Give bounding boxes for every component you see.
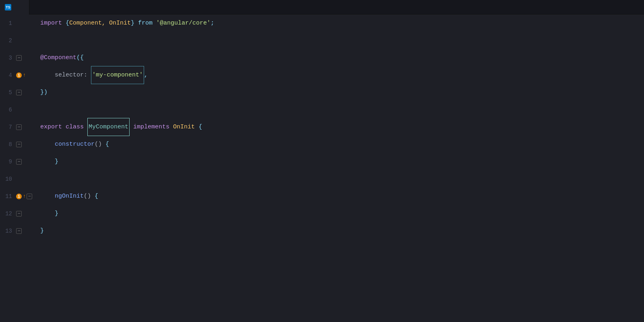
line-number: 10 xyxy=(0,176,16,182)
selector-value: 'my-component' xyxy=(91,66,144,84)
token-braces: } xyxy=(40,222,44,239)
token-kw-constructor: constructor xyxy=(55,136,95,153)
gutter-row: 8− xyxy=(0,136,36,153)
line-number: 11 xyxy=(0,193,16,200)
token-punctuation: , xyxy=(144,66,148,84)
code-line: } xyxy=(40,205,644,222)
editor: 123−4i↑5−67−8−9−1011i↑−12−13− import {Co… xyxy=(0,14,644,322)
token-braces: { xyxy=(105,136,109,153)
line-number: 5 xyxy=(0,89,16,96)
token-kw-implements: implements xyxy=(133,118,173,136)
token-kw-ngoninit: ngOnInit xyxy=(55,188,84,205)
code-area[interactable]: import {Component, OnInit} from '@angula… xyxy=(36,14,644,322)
fold-icon[interactable]: − xyxy=(16,90,22,95)
fold-icon[interactable]: − xyxy=(16,159,22,165)
token-braces: { xyxy=(198,118,202,136)
code-line xyxy=(40,170,644,188)
token-decorator: @Component xyxy=(40,49,76,66)
code-line: }) xyxy=(40,84,644,101)
token-plain: () xyxy=(84,188,95,205)
token-plain xyxy=(40,153,55,170)
code-line: @Component({ xyxy=(40,49,644,66)
token-string: '@angular/core' xyxy=(156,14,211,32)
token-kw-export: export xyxy=(40,118,66,136)
active-tab[interactable]: TS xyxy=(0,0,29,14)
highlighted-class-name: MyComponent xyxy=(87,118,130,136)
line-number: 6 xyxy=(0,107,16,113)
gutter-row: 4i↑ xyxy=(0,66,36,84)
tab-close-button[interactable] xyxy=(18,4,24,10)
fold-icon[interactable]: − xyxy=(27,194,32,199)
token-braces: }) xyxy=(40,84,47,101)
token-braces: { xyxy=(95,188,98,205)
token-plain: : xyxy=(84,66,91,84)
gutter-row: 11i↑− xyxy=(0,188,36,205)
token-punctuation: ({ xyxy=(76,49,84,66)
token-punctuation: ; xyxy=(211,14,214,32)
fold-icon[interactable]: − xyxy=(16,124,22,130)
code-line: export class MyComponent implements OnIn… xyxy=(40,118,644,136)
gutter-row: 9− xyxy=(0,153,36,170)
gutter-row: 12− xyxy=(0,205,36,222)
token-braces: } xyxy=(55,153,58,170)
tab-bar: TS xyxy=(0,0,644,14)
line-icons: i↑− xyxy=(16,194,36,199)
line-number: 3 xyxy=(0,55,16,61)
token-kw-class: class xyxy=(66,118,87,136)
token-punctuation: } xyxy=(131,14,138,32)
fold-icon[interactable]: − xyxy=(16,142,22,147)
line-icons: − xyxy=(16,142,36,147)
up-arrow-icon: ↑ xyxy=(23,194,26,199)
code-line: ngOnInit() { xyxy=(40,188,644,205)
line-icons: i↑ xyxy=(16,72,36,78)
token-interface: OnInit xyxy=(173,118,198,136)
error-dot: i xyxy=(16,194,22,199)
code-line xyxy=(40,101,644,118)
token-plain xyxy=(40,136,55,153)
line-number: 13 xyxy=(0,228,16,234)
gutter-row: 13− xyxy=(0,222,36,239)
token-plain xyxy=(40,205,55,222)
line-icons: − xyxy=(16,55,36,61)
code-line: } xyxy=(40,222,644,239)
up-arrow-icon: ↑ xyxy=(23,72,26,78)
token-plain: selector xyxy=(40,66,84,84)
fold-icon[interactable]: − xyxy=(16,228,22,234)
line-number: 2 xyxy=(0,37,16,44)
token-kw-import: import xyxy=(40,14,66,32)
fold-icon[interactable]: − xyxy=(16,55,22,61)
token-kw-from: from xyxy=(138,14,156,32)
ts-icon: TS xyxy=(5,4,11,10)
gutter-row: 5− xyxy=(0,84,36,101)
gutter-row: 7− xyxy=(0,118,36,136)
token-punctuation: { xyxy=(66,14,69,32)
token-plain: () xyxy=(95,136,105,153)
gutter-row: 6 xyxy=(0,101,36,118)
error-dot: i xyxy=(16,72,22,78)
code-line: constructor() { xyxy=(40,136,644,153)
gutter-row: 3− xyxy=(0,49,36,66)
line-number: 9 xyxy=(0,159,16,165)
token-component-import: Component, OnInit xyxy=(69,14,131,32)
line-number: 4 xyxy=(0,72,16,78)
gutter-row: 2 xyxy=(0,32,36,49)
token-braces: } xyxy=(55,205,58,222)
line-icons: − xyxy=(16,211,36,217)
token-plain xyxy=(40,188,55,205)
code-line xyxy=(40,32,644,49)
line-number: 7 xyxy=(0,124,16,130)
line-icons: − xyxy=(16,90,36,95)
line-gutter: 123−4i↑5−67−8−9−1011i↑−12−13− xyxy=(0,14,36,322)
gutter-row: 10 xyxy=(0,170,36,188)
token-plain xyxy=(130,118,133,136)
gutter-row: 1 xyxy=(0,14,36,32)
line-number: 8 xyxy=(0,141,16,148)
code-line: selector: 'my-component', xyxy=(40,66,644,84)
line-icons: − xyxy=(16,159,36,165)
fold-icon[interactable]: − xyxy=(16,211,22,217)
line-icons: − xyxy=(16,124,36,130)
code-line: } xyxy=(40,153,644,170)
line-number: 12 xyxy=(0,211,16,217)
line-icons: − xyxy=(16,228,36,234)
line-number: 1 xyxy=(0,20,16,27)
